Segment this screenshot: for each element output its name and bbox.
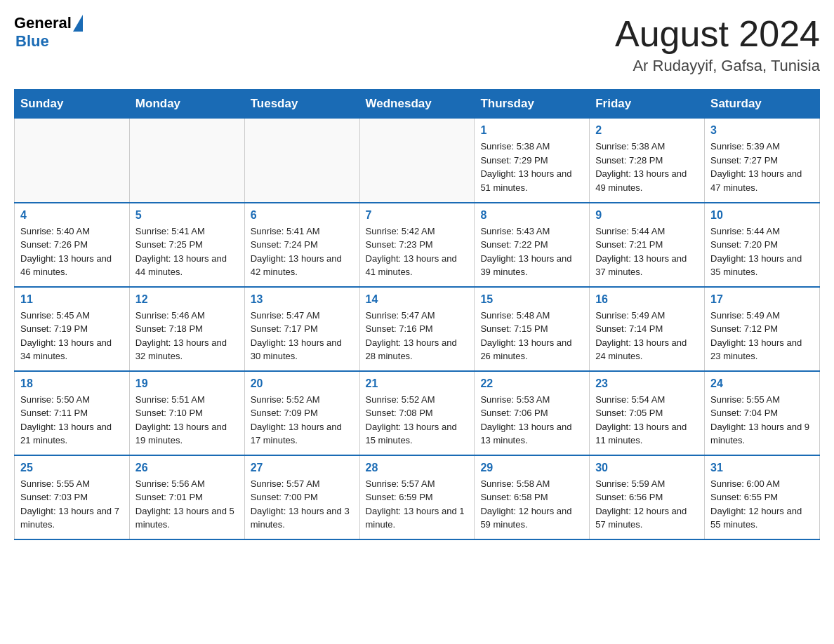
day-cell: 27Sunrise: 5:57 AMSunset: 7:00 PMDayligh… [244,455,359,539]
logo-blue-text: Blue [15,32,49,51]
day-info: Sunrise: 5:52 AMSunset: 7:09 PMDaylight:… [251,393,354,448]
day-cell: 19Sunrise: 5:51 AMSunset: 7:10 PMDayligh… [129,371,244,455]
day-info: Sunrise: 5:47 AMSunset: 7:17 PMDaylight:… [251,309,354,363]
day-cell: 4Sunrise: 5:40 AMSunset: 7:26 PMDaylight… [15,203,130,287]
header-cell-saturday: Saturday [705,90,820,119]
day-info: Sunrise: 5:49 AMSunset: 7:14 PMDaylight:… [595,309,699,363]
day-cell: 29Sunrise: 5:58 AMSunset: 6:58 PMDayligh… [475,455,590,539]
day-info: Sunrise: 5:59 AMSunset: 6:56 PMDaylight:… [595,477,699,532]
day-number: 23 [595,377,699,390]
day-cell: 10Sunrise: 5:44 AMSunset: 7:20 PMDayligh… [705,203,820,287]
day-cell: 11Sunrise: 5:45 AMSunset: 7:19 PMDayligh… [15,287,130,371]
day-number: 9 [595,209,699,222]
location-subtitle: Ar Rudayyif, Gafsa, Tunisia [615,57,820,75]
header-cell-thursday: Thursday [475,90,590,119]
day-info: Sunrise: 5:45 AMSunset: 7:19 PMDaylight:… [20,309,124,363]
day-number: 27 [251,462,354,474]
day-cell: 26Sunrise: 5:56 AMSunset: 7:01 PMDayligh… [129,455,244,539]
day-info: Sunrise: 5:53 AMSunset: 7:06 PMDaylight:… [480,393,583,448]
day-info: Sunrise: 5:49 AMSunset: 7:12 PMDaylight:… [710,309,814,363]
day-info: Sunrise: 5:41 AMSunset: 7:24 PMDaylight:… [251,224,354,279]
day-number: 31 [710,462,814,474]
header-row: SundayMondayTuesdayWednesdayThursdayFrid… [15,90,820,119]
day-info: Sunrise: 5:39 AMSunset: 7:27 PMDaylight:… [710,140,814,194]
day-number: 29 [480,462,583,474]
day-cell: 18Sunrise: 5:50 AMSunset: 7:11 PMDayligh… [15,371,130,455]
header-cell-monday: Monday [129,90,244,119]
week-row-1: 1Sunrise: 5:38 AMSunset: 7:29 PMDaylight… [15,119,820,203]
logo-general-text: General [14,14,72,32]
logo-triangle-icon [73,15,83,32]
day-info: Sunrise: 6:00 AMSunset: 6:55 PMDaylight:… [710,477,814,532]
day-number: 14 [366,293,469,306]
day-info: Sunrise: 5:43 AMSunset: 7:22 PMDaylight:… [480,224,583,279]
calendar-body: 1Sunrise: 5:38 AMSunset: 7:29 PMDaylight… [15,119,820,539]
day-cell: 21Sunrise: 5:52 AMSunset: 7:08 PMDayligh… [359,371,475,455]
day-cell: 31Sunrise: 6:00 AMSunset: 6:55 PMDayligh… [705,455,820,539]
day-cell: 24Sunrise: 5:55 AMSunset: 7:04 PMDayligh… [705,371,820,455]
day-info: Sunrise: 5:44 AMSunset: 7:20 PMDaylight:… [710,224,814,279]
day-number: 18 [20,377,124,390]
day-info: Sunrise: 5:40 AMSunset: 7:26 PMDaylight:… [20,224,124,279]
day-cell: 8Sunrise: 5:43 AMSunset: 7:22 PMDaylight… [475,203,590,287]
day-number: 30 [595,462,699,474]
calendar-table: SundayMondayTuesdayWednesdayThursdayFrid… [14,89,820,540]
day-info: Sunrise: 5:54 AMSunset: 7:05 PMDaylight:… [595,393,699,448]
day-info: Sunrise: 5:46 AMSunset: 7:18 PMDaylight:… [135,309,239,363]
day-info: Sunrise: 5:57 AMSunset: 6:59 PMDaylight:… [366,477,469,532]
day-number: 22 [480,377,583,390]
day-number: 26 [135,462,239,474]
day-info: Sunrise: 5:50 AMSunset: 7:11 PMDaylight:… [20,393,124,448]
day-number: 7 [366,209,469,222]
day-number: 12 [135,293,239,306]
day-number: 19 [135,377,239,390]
day-cell: 6Sunrise: 5:41 AMSunset: 7:24 PMDaylight… [244,203,359,287]
calendar-header: SundayMondayTuesdayWednesdayThursdayFrid… [15,90,820,119]
day-info: Sunrise: 5:47 AMSunset: 7:16 PMDaylight:… [366,309,469,363]
header-cell-tuesday: Tuesday [244,90,359,119]
day-cell [129,119,244,203]
day-info: Sunrise: 5:58 AMSunset: 6:58 PMDaylight:… [480,477,583,532]
week-row-5: 25Sunrise: 5:55 AMSunset: 7:03 PMDayligh… [15,455,820,539]
header-cell-friday: Friday [590,90,705,119]
day-cell: 16Sunrise: 5:49 AMSunset: 7:14 PMDayligh… [590,287,705,371]
day-info: Sunrise: 5:57 AMSunset: 7:00 PMDaylight:… [251,477,354,532]
day-info: Sunrise: 5:41 AMSunset: 7:25 PMDaylight:… [135,224,239,279]
day-cell: 17Sunrise: 5:49 AMSunset: 7:12 PMDayligh… [705,287,820,371]
day-number: 20 [251,377,354,390]
day-number: 28 [366,462,469,474]
title-block: August 2024 Ar Rudayyif, Gafsa, Tunisia [615,14,820,75]
day-number: 6 [251,209,354,222]
day-cell [15,119,130,203]
day-info: Sunrise: 5:56 AMSunset: 7:01 PMDaylight:… [135,477,239,532]
day-cell: 20Sunrise: 5:52 AMSunset: 7:09 PMDayligh… [244,371,359,455]
day-number: 3 [710,124,814,137]
day-number: 5 [135,209,239,222]
day-info: Sunrise: 5:38 AMSunset: 7:29 PMDaylight:… [480,140,583,194]
day-cell: 14Sunrise: 5:47 AMSunset: 7:16 PMDayligh… [359,287,475,371]
day-cell: 30Sunrise: 5:59 AMSunset: 6:56 PMDayligh… [590,455,705,539]
day-cell: 13Sunrise: 5:47 AMSunset: 7:17 PMDayligh… [244,287,359,371]
day-info: Sunrise: 5:52 AMSunset: 7:08 PMDaylight:… [366,393,469,448]
day-number: 25 [20,462,124,474]
day-cell: 7Sunrise: 5:42 AMSunset: 7:23 PMDaylight… [359,203,475,287]
day-number: 13 [251,293,354,306]
day-cell: 25Sunrise: 5:55 AMSunset: 7:03 PMDayligh… [15,455,130,539]
day-cell [244,119,359,203]
day-number: 8 [480,209,583,222]
day-number: 24 [710,377,814,390]
day-cell: 1Sunrise: 5:38 AMSunset: 7:29 PMDaylight… [475,119,590,203]
day-info: Sunrise: 5:55 AMSunset: 7:04 PMDaylight:… [710,393,814,448]
day-cell: 2Sunrise: 5:38 AMSunset: 7:28 PMDaylight… [590,119,705,203]
month-title: August 2024 [615,14,820,54]
day-cell: 15Sunrise: 5:48 AMSunset: 7:15 PMDayligh… [475,287,590,371]
day-number: 21 [366,377,469,390]
week-row-4: 18Sunrise: 5:50 AMSunset: 7:11 PMDayligh… [15,371,820,455]
week-row-2: 4Sunrise: 5:40 AMSunset: 7:26 PMDaylight… [15,203,820,287]
day-cell [359,119,475,203]
day-cell: 28Sunrise: 5:57 AMSunset: 6:59 PMDayligh… [359,455,475,539]
day-number: 17 [710,293,814,306]
day-info: Sunrise: 5:42 AMSunset: 7:23 PMDaylight:… [366,224,469,279]
day-cell: 3Sunrise: 5:39 AMSunset: 7:27 PMDaylight… [705,119,820,203]
day-info: Sunrise: 5:38 AMSunset: 7:28 PMDaylight:… [595,140,699,194]
